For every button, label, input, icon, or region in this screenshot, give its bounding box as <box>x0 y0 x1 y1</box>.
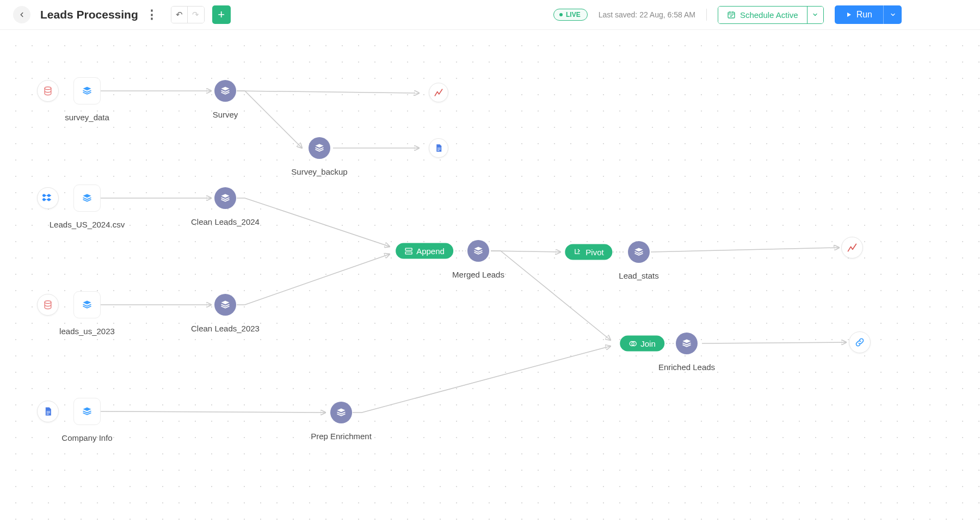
pivot-icon <box>574 248 582 256</box>
stack-icon <box>82 299 93 310</box>
output-node-survey[interactable] <box>429 83 448 102</box>
database-icon <box>42 85 53 96</box>
schedule-button-group: Schedule Active <box>718 6 824 24</box>
label-survey-data: survey_data <box>65 113 109 122</box>
transform-join[interactable]: Join <box>620 336 664 352</box>
stack-icon <box>336 407 347 418</box>
output-node-enriched-leads[interactable] <box>849 331 871 353</box>
label-enriched-leads: Enriched Leads <box>658 362 715 372</box>
source-icon-company-info[interactable] <box>37 401 59 422</box>
label-company-info: Company Info <box>61 433 112 442</box>
append-label: Append <box>416 247 445 256</box>
run-button[interactable]: Run <box>835 5 883 24</box>
transform-pivot[interactable]: Pivot <box>565 244 612 260</box>
live-label: LIVE <box>566 11 581 19</box>
dataset-node-survey-data[interactable] <box>73 77 101 104</box>
dataset-node-company-info[interactable] <box>73 398 101 425</box>
dataset-node-leads-2024[interactable] <box>73 184 101 212</box>
stack-icon <box>82 193 93 204</box>
live-status-badge: LIVE <box>553 9 588 21</box>
schedule-label: Schedule Active <box>740 10 798 20</box>
run-label: Run <box>856 10 872 20</box>
stack-icon <box>220 85 231 96</box>
play-icon <box>846 11 852 18</box>
stage-node-survey[interactable] <box>214 80 236 102</box>
stage-node-survey-backup[interactable] <box>309 137 330 159</box>
back-button[interactable] <box>13 6 30 23</box>
label-survey-backup: Survey_backup <box>291 167 347 176</box>
label-clean-leads-2024: Clean Leads_2024 <box>191 217 260 226</box>
label-survey: Survey <box>213 110 238 119</box>
file-icon <box>42 406 53 417</box>
label-lead-stats: Lead_stats <box>619 271 658 280</box>
svg-line-12 <box>702 342 846 343</box>
stage-node-clean-leads-2024[interactable] <box>214 187 236 209</box>
undo-redo-group: ↶ ↷ <box>171 6 205 23</box>
stage-node-lead-stats[interactable] <box>628 241 650 263</box>
svg-rect-0 <box>728 12 735 18</box>
output-node-survey-backup[interactable] <box>429 138 448 158</box>
svg-line-2 <box>237 91 419 93</box>
stage-node-enriched-leads[interactable] <box>676 333 698 354</box>
link-icon <box>854 337 865 348</box>
chevron-left-icon <box>18 11 26 19</box>
stage-node-prep-enrichment[interactable] <box>330 402 352 423</box>
join-label: Join <box>640 339 656 348</box>
join-icon <box>628 339 637 348</box>
header-right: LIVE Last saved: 22 Aug, 6:58 AM Schedul… <box>553 5 967 24</box>
stack-icon <box>82 406 93 417</box>
header: Leads Processing ⋮ ↶ ↷ + LIVE Last saved… <box>0 0 980 30</box>
stack-icon <box>82 85 93 96</box>
page-title: Leads Processing <box>40 8 138 21</box>
svg-rect-16 <box>405 251 412 254</box>
stage-node-merged-leads[interactable] <box>467 240 489 262</box>
stage-node-clean-leads-2023[interactable] <box>214 294 236 316</box>
run-dropdown-button[interactable] <box>883 5 902 24</box>
append-icon <box>404 247 413 255</box>
svg-rect-15 <box>405 248 412 250</box>
chevron-down-icon <box>812 11 818 18</box>
pipeline-canvas[interactable]: survey_data Survey Survey_backup Leads_U… <box>0 30 980 523</box>
svg-line-7 <box>491 251 560 252</box>
live-dot-icon <box>559 13 563 16</box>
svg-point-14 <box>45 301 51 304</box>
transform-append[interactable]: Append <box>396 243 453 259</box>
stack-icon <box>220 193 231 204</box>
calendar-icon <box>727 10 736 19</box>
dataset-node-leads-2023[interactable] <box>73 291 101 318</box>
analytics-icon <box>847 242 858 253</box>
last-saved-text: Last saved: 22 Aug, 6:58 AM <box>599 10 695 19</box>
output-node-lead-stats[interactable] <box>841 237 863 259</box>
svg-line-9 <box>651 248 839 252</box>
svg-line-10 <box>100 411 325 413</box>
source-icon-leads-2023[interactable] <box>37 294 59 316</box>
label-leads-2024: Leads_US_2024.csv <box>50 220 125 229</box>
dropbox-icon <box>42 193 53 204</box>
label-merged-leads: Merged Leads <box>452 270 504 279</box>
stack-icon <box>473 245 484 256</box>
more-menu-button[interactable]: ⋮ <box>146 8 158 22</box>
label-clean-leads-2023: Clean Leads_2023 <box>191 324 260 333</box>
divider <box>706 9 707 21</box>
schedule-active-button[interactable]: Schedule Active <box>718 7 807 23</box>
stack-icon <box>681 338 692 349</box>
file-icon <box>434 143 443 153</box>
svg-point-13 <box>45 87 51 90</box>
schedule-dropdown-button[interactable] <box>807 7 823 23</box>
chevron-down-icon <box>890 11 896 18</box>
redo-button[interactable]: ↷ <box>188 7 204 23</box>
stack-icon <box>314 143 325 153</box>
label-leads-2023: leads_us_2023 <box>59 327 115 336</box>
analytics-icon <box>434 88 443 97</box>
run-button-group: Run <box>835 5 902 24</box>
source-icon-survey-data[interactable] <box>37 80 59 102</box>
stack-icon <box>633 247 644 257</box>
database-icon <box>42 299 53 310</box>
pivot-label: Pivot <box>585 248 603 257</box>
undo-button[interactable]: ↶ <box>171 7 188 23</box>
label-prep-enrichment: Prep Enrichment <box>311 432 372 441</box>
add-button[interactable]: + <box>212 5 231 24</box>
source-icon-leads-2024[interactable] <box>37 187 59 209</box>
stack-icon <box>220 299 231 310</box>
